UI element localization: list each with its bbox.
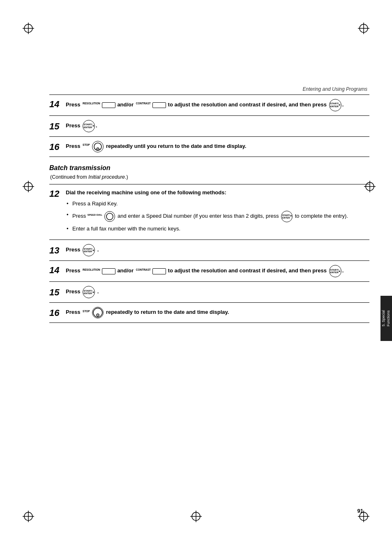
- step-number-15-lower: 15: [49, 288, 62, 297]
- bullet-numeric: Enter a full fax number with the numeric…: [66, 225, 348, 233]
- step-16-upper: 16 Press STOP repeatedly until you retur…: [49, 136, 369, 157]
- page-number: 91: [357, 508, 363, 514]
- step-15-lower: 15 Press START/ENTER⊕ .: [49, 281, 369, 302]
- step-14-upper: 14 Press RESOLUTION and/or CONTRAST to a…: [49, 94, 369, 115]
- resolution-button-14l: [102, 268, 115, 274]
- step-14-lower: 14 Press RESOLUTION and/or CONTRAST to a…: [49, 260, 369, 281]
- reg-mark-tr: [358, 23, 369, 34]
- step-content-15-upper: Press START/ENTER⊕.: [66, 120, 369, 132]
- step-content-12: Dial the receiving machine using one of …: [66, 189, 348, 235]
- step-12-header: 12 Dial the receiving machine using one …: [49, 189, 348, 235]
- continued-note: (Continued from Initial procedure.): [50, 174, 369, 180]
- step-content-14-lower: Press RESOLUTION and/or CONTRAST to adju…: [66, 265, 369, 277]
- step-number-16-upper: 16: [49, 143, 62, 152]
- step-12: 12 Dial the receiving machine using one …: [49, 184, 369, 240]
- resolution-label: RESOLUTION: [83, 102, 100, 105]
- stop-button-16u: [92, 141, 104, 152]
- start-enter-button-13: START/ENTER⊕: [83, 244, 95, 256]
- step-number-12: 12: [49, 189, 62, 198]
- batch-transmission-title: Batch transmission: [49, 164, 369, 172]
- svg-point-24: [93, 308, 102, 317]
- contrast-label: CONTRAST: [136, 102, 151, 105]
- svg-point-21: [94, 143, 101, 150]
- reg-mark-ml: [23, 181, 34, 192]
- bullet-rapid-key: Press a Rapid Key.: [66, 200, 348, 208]
- step-13: 13 Press START/ENTER⊕ .: [49, 240, 369, 260]
- contrast-label-14l: CONTRAST: [136, 268, 151, 271]
- start-enter-button-14l: START/ENTER⊕: [329, 265, 341, 277]
- reg-mark-tl: [23, 23, 34, 34]
- step-content-15-lower: Press START/ENTER⊕ .: [66, 286, 369, 298]
- step-number-14-lower: 14: [49, 266, 62, 275]
- speed-dial-label: SPEED DIAL: [88, 214, 102, 216]
- batch-transmission-section: Batch transmission (Continued from Initi…: [49, 164, 369, 323]
- svg-point-23: [106, 213, 113, 220]
- step-content-13: Press START/ENTER⊕ .: [66, 244, 369, 256]
- start-enter-button-15l: START/ENTER⊕: [83, 286, 95, 298]
- step-number-13: 13: [49, 246, 62, 255]
- bullet-speed-dial: Press SPEED DIAL and enter a Speed Dial …: [66, 211, 348, 222]
- resolution-label-14l: RESOLUTION: [83, 268, 100, 271]
- contrast-button: [152, 102, 166, 108]
- step-number-16-lower: 16: [49, 309, 62, 318]
- step-content-14-upper: Press RESOLUTION and/or CONTRAST to adju…: [66, 99, 369, 111]
- step-number-15-upper: 15: [49, 122, 62, 131]
- side-tab: 5. SpecialFunctions: [380, 296, 392, 341]
- side-tab-text: 5. SpecialFunctions: [381, 310, 391, 327]
- step-content-16-lower: Press STOP repeatedly to return to the d…: [66, 307, 369, 318]
- main-content: 14 Press RESOLUTION and/or CONTRAST to a…: [49, 94, 369, 323]
- reg-mark-bc: [190, 511, 202, 522]
- step-15-upper: 15 Press START/ENTER⊕.: [49, 115, 369, 136]
- resolution-button: [102, 102, 115, 108]
- stop-button-16l: [92, 307, 104, 318]
- start-enter-button-12: START/ENTER⊕: [281, 211, 293, 222]
- stop-label-16u: STOP: [83, 143, 90, 146]
- stop-label-16l: STOP: [83, 310, 90, 313]
- step-16-lower: 16 Press STOP repeatedly to return to th…: [49, 302, 369, 323]
- step-content-16-upper: Press STOP repeatedly until you return t…: [66, 141, 369, 152]
- svg-point-25: [97, 314, 99, 316]
- speed-dial-button: [104, 211, 115, 222]
- start-enter-button-15u: START/ENTER⊕: [83, 120, 95, 132]
- svg-point-22: [97, 148, 99, 150]
- step-12-bullets: Press a Rapid Key. Press SPEED DIAL and …: [66, 200, 348, 233]
- contrast-button-14l: [152, 268, 166, 274]
- start-enter-button-14u: START/ENTER⊕: [329, 99, 341, 111]
- page-header-title: Entering and Using Programs: [303, 86, 367, 92]
- reg-mark-bl: [23, 511, 34, 522]
- step-number-14-upper: 14: [49, 100, 62, 109]
